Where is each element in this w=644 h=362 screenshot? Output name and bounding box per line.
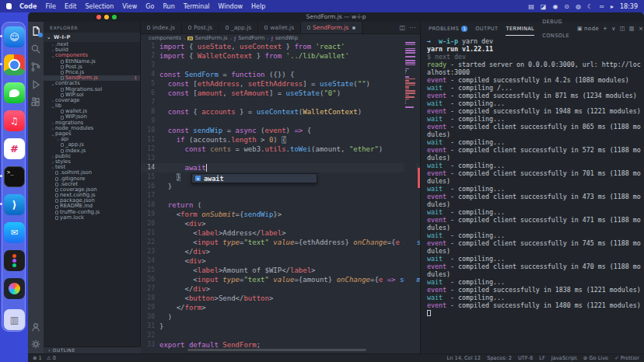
- tree-item-index.js[interactable]: index.js: [44, 148, 140, 154]
- dropdown-chevron-icon[interactable]: ∨: [611, 26, 616, 32]
- menubar-status-icon-1[interactable]: ◪: [541, 3, 547, 10]
- tree-item-WIP.json[interactable]: WIP.json: [44, 114, 140, 120]
- tree-item-next.config.js[interactable]: next.config.js: [44, 193, 140, 198]
- status-problems-⊗[interactable]: ⊗1: [33, 355, 42, 361]
- panel-tab-output[interactable]: OUTPUT: [475, 22, 498, 36]
- accounts-icon[interactable]: [30, 321, 41, 332]
- tree-item-WIP.sol[interactable]: WIP.sol: [44, 92, 140, 98]
- workspace-section-header[interactable]: ⌄ W-I-P: [44, 33, 140, 42]
- tree-item-truffle-config.js[interactable]: truffle-config.js: [44, 210, 140, 215]
- dock-item-terminal[interactable]: >_: [4, 166, 25, 187]
- tree-item-.solhint.json[interactable]: .solhint.json: [44, 170, 140, 176]
- breadcrumb-item-sendWip[interactable]: sendWip: [275, 35, 298, 41]
- source-control-icon[interactable]: [30, 61, 41, 71]
- menubar-status-icon-6[interactable]: ≈: [599, 3, 604, 10]
- menu-item-terminal[interactable]: Terminal: [184, 3, 210, 10]
- status-item-ln-14-col-12[interactable]: Ln 14, Col 12: [446, 355, 481, 361]
- tree-item-api[interactable]: ›api: [44, 137, 140, 142]
- status-item--go-live[interactable]: ⊘ Go Live: [583, 355, 608, 361]
- tree-item-EthName.js[interactable]: EthName.js: [44, 59, 140, 64]
- dock-item-slack[interactable]: #: [4, 138, 25, 159]
- minimap[interactable]: [404, 42, 416, 353]
- editor-tab-wallet.js[interactable]: wallet.js: [258, 22, 301, 33]
- dock-item-finder[interactable]: ☺: [4, 26, 25, 47]
- tree-item-SendForm.js[interactable]: SendForm.js1: [44, 75, 140, 81]
- tree-item-Price.js[interactable]: Price.js: [44, 70, 140, 75]
- apple-logo[interactable]: [6, 3, 12, 9]
- status-item-lf[interactable]: LF: [539, 355, 544, 361]
- dock-item-music[interactable]: ♫: [4, 110, 25, 131]
- editor-tab-Post.js[interactable]: Post.js: [182, 22, 219, 33]
- panel-tab-problems[interactable]: PROBLEMS1: [429, 22, 467, 36]
- panel-tab-debug-console[interactable]: DEBUG CONSOLE: [542, 22, 569, 36]
- tree-item-node_modules[interactable]: ›node_modules: [44, 126, 140, 131]
- code-editor[interactable]: 1import { useState, useContext } from 'r…: [141, 42, 420, 353]
- tree-item-coverage[interactable]: ›coverage: [44, 98, 140, 103]
- tree-item-pages[interactable]: ⌄pages: [44, 131, 140, 137]
- dock-item-trash[interactable]: ▥: [4, 306, 25, 327]
- menu-item-window[interactable]: Window: [219, 3, 243, 10]
- tree-item-public[interactable]: ›public: [44, 154, 140, 159]
- tree-item-.gitignore[interactable]: .gitignore: [44, 176, 140, 182]
- panel-tab-terminal[interactable]: TERMINAL: [506, 22, 534, 36]
- menu-item-code[interactable]: Code: [19, 3, 37, 10]
- menubar-status-icon-7[interactable]: ▸: [611, 3, 614, 10]
- terminal-output[interactable]: → w-i-p yarn devyarn run v1.22.11$ next …: [427, 37, 644, 352]
- tree-item-package.json[interactable]: package.json: [44, 198, 140, 204]
- menu-item-help[interactable]: Help: [251, 3, 265, 10]
- settings-gear-icon[interactable]: [30, 338, 41, 349]
- dock-item-photos[interactable]: [4, 278, 25, 299]
- outline-section-header[interactable]: › OUTLINE: [44, 346, 141, 353]
- menu-item-run[interactable]: Run: [163, 3, 174, 10]
- dock-item-vscode[interactable]: ⟩: [4, 194, 25, 215]
- tree-item-wallet.js[interactable]: wallet.js: [44, 109, 140, 114]
- tree-item-contracts[interactable]: ⌄contracts: [44, 81, 140, 86]
- menu-item-edit[interactable]: Edit: [65, 3, 77, 10]
- more-actions-icon[interactable]: ⋯: [409, 24, 415, 31]
- tree-item-coverage.json[interactable]: coverage.json: [44, 187, 140, 193]
- menu-item-view[interactable]: View: [122, 3, 137, 10]
- tree-item-yarn.lock[interactable]: yarn.lock: [44, 215, 140, 221]
- tree-item-styles[interactable]: ›styles: [44, 159, 140, 165]
- breadcrumb-item-components[interactable]: components: [149, 35, 181, 41]
- dock-item-figma[interactable]: [4, 250, 25, 271]
- tree-item-_app.js[interactable]: _app.js: [44, 142, 140, 148]
- new-terminal-icon[interactable]: +: [603, 26, 607, 32]
- menu-item-selection[interactable]: Selection: [85, 3, 114, 10]
- dock-item-chrome[interactable]: [4, 54, 25, 75]
- extensions-icon[interactable]: [30, 96, 41, 107]
- editor-tab-index.js[interactable]: index.js: [141, 22, 182, 33]
- dock-item-messages[interactable]: [4, 82, 25, 103]
- tree-item-components[interactable]: ⌄components: [44, 53, 140, 58]
- suggest-widget[interactable]: ≡ await: [191, 173, 317, 183]
- split-terminal-icon[interactable]: ◫: [620, 26, 625, 32]
- menubar-status-icon-0[interactable]: ▤: [528, 3, 534, 10]
- tree-item-migrations[interactable]: ›migrations: [44, 120, 140, 126]
- tree-item-build[interactable]: ›build: [44, 47, 140, 53]
- menu-item-file[interactable]: File: [46, 3, 56, 10]
- tree-item-test[interactable]: ›test: [44, 165, 140, 170]
- status-item-javascript[interactable]: JavaScript: [551, 355, 577, 361]
- tree-item-lib[interactable]: ⌄lib: [44, 103, 140, 109]
- breadcrumb-item-SendForm.js[interactable]: SendForm.js: [195, 35, 228, 41]
- editor-tab-SendForm.js[interactable]: SendForm.js: [301, 22, 362, 33]
- menubar-status-icon-4[interactable]: ◍: [576, 3, 581, 10]
- status-problems-⚠[interactable]: ⚠0: [47, 355, 56, 361]
- kill-terminal-icon[interactable]: ▥: [629, 26, 635, 32]
- suggest-item[interactable]: ≡ await: [192, 174, 317, 183]
- horizontal-scrollbar[interactable]: [187, 349, 366, 351]
- breadcrumb-item-SendForm[interactable]: SendForm: [238, 35, 264, 41]
- explorer-icon[interactable]: [30, 25, 41, 36]
- menubar-clock[interactable]: 18:39: [620, 3, 638, 10]
- editor-tab-_app.js[interactable]: _app.js: [219, 22, 258, 33]
- search-icon[interactable]: [30, 43, 41, 54]
- status-item-utf-8[interactable]: UTF-8: [518, 355, 533, 361]
- status-item-spaces-2[interactable]: Spaces: 2: [487, 355, 512, 361]
- menubar-status-icon-3[interactable]: ⊙: [564, 3, 569, 10]
- dock-item-mail[interactable]: ✉: [4, 222, 25, 243]
- modified-dot-icon[interactable]: [352, 26, 355, 30]
- shell-selector[interactable]: ▣node: [577, 26, 599, 32]
- menubar-status-icon-2[interactable]: ◉: [552, 3, 558, 10]
- status-item--prettier[interactable]: ✓ Prettier: [614, 355, 639, 361]
- run-debug-icon[interactable]: [30, 78, 41, 89]
